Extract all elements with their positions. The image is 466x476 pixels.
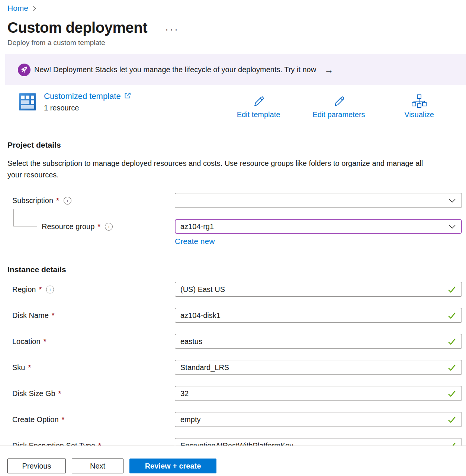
valid-check-icon (447, 337, 457, 346)
customized-template-link[interactable]: Customized template (44, 91, 121, 101)
next-button[interactable]: Next (72, 459, 123, 473)
previous-button[interactable]: Previous (7, 459, 66, 473)
valid-check-icon (447, 389, 457, 398)
region-input[interactable]: (US) East US (175, 282, 462, 297)
page-subtitle: Deploy from a custom template (7, 39, 462, 47)
review-create-button[interactable]: Review + create (129, 459, 216, 473)
required-marker: * (39, 285, 42, 294)
project-details-description: Select the subscription to manage deploy… (7, 158, 439, 181)
disk-size-label: Disk Size Gb (7, 389, 55, 398)
resource-count: 1 resource (44, 104, 131, 112)
required-marker: * (52, 311, 55, 320)
template-icon (19, 93, 36, 111)
disk-name-label: Disk Name (7, 311, 49, 320)
required-marker: * (62, 415, 65, 424)
sku-value: Standard_LRS (180, 363, 229, 372)
info-icon[interactable]: i (46, 286, 54, 293)
chevron-down-icon (448, 196, 457, 205)
resource-group-row: Resource group * i az104-rg1 (7, 219, 462, 234)
required-marker: * (58, 389, 61, 398)
required-marker: * (97, 222, 100, 231)
sku-row: Sku * Standard_LRS (7, 360, 462, 375)
disk-size-input[interactable]: 32 (175, 386, 462, 401)
breadcrumb-home-link[interactable]: Home (7, 4, 28, 13)
edit-parameters-button[interactable]: Edit parameters (307, 94, 370, 119)
banner-message: New! Deployment Stacks let you manage th… (34, 65, 316, 74)
disk-size-value: 32 (180, 389, 189, 398)
required-marker: * (56, 196, 59, 205)
disk-name-value: az104-disk1 (180, 311, 221, 320)
region-value: (US) East US (180, 285, 225, 294)
visualize-label: Visualize (404, 110, 434, 119)
external-link-icon[interactable] (124, 92, 131, 101)
pencil-icon (251, 94, 266, 109)
breadcrumb: Home (7, 3, 462, 13)
rocket-icon (18, 64, 30, 76)
required-marker: * (28, 363, 31, 372)
visualize-button[interactable]: Visualize (388, 94, 451, 119)
disk-size-row: Disk Size Gb * 32 (7, 386, 462, 401)
info-icon[interactable]: i (105, 223, 113, 231)
subscription-select[interactable] (175, 193, 462, 208)
subscription-label: Subscription (7, 196, 53, 205)
valid-check-icon (447, 284, 457, 294)
arrow-right-icon[interactable]: → (324, 65, 333, 75)
wizard-footer: Previous Next Review + create (0, 446, 466, 476)
resource-group-value: az104-rg1 (180, 222, 214, 231)
disk-name-input[interactable]: az104-disk1 (175, 308, 462, 323)
region-label: Region (7, 285, 36, 294)
instance-details-heading: Instance details (7, 265, 462, 274)
subscription-row: Subscription * i (7, 193, 462, 208)
location-row: Location * eastus (7, 334, 462, 349)
deployment-stacks-banner[interactable]: New! Deployment Stacks let you manage th… (5, 54, 466, 85)
org-chart-icon (412, 94, 427, 109)
project-details-heading: Project details (7, 141, 462, 149)
edit-template-label: Edit template (237, 110, 280, 119)
disk-name-row: Disk Name * az104-disk1 (7, 308, 462, 323)
more-options-icon[interactable]: ··· (165, 24, 179, 35)
chevron-right-icon (32, 6, 37, 12)
create-option-label: Create Option (7, 415, 59, 424)
page: Home Custom deployment ··· Deploy from a… (0, 0, 466, 453)
chevron-down-icon (448, 222, 457, 231)
edit-template-button[interactable]: Edit template (227, 94, 290, 119)
required-marker: * (44, 337, 46, 346)
create-option-row: Create Option * empty (7, 412, 462, 427)
create-new-link[interactable]: Create new (175, 237, 215, 245)
edit-parameters-label: Edit parameters (312, 110, 365, 119)
valid-check-icon (447, 415, 457, 424)
template-actions: Edit template Edit parameters (227, 94, 451, 119)
region-row: Region * i (US) East US (7, 282, 462, 297)
info-icon[interactable]: i (64, 197, 71, 205)
page-title: Custom deployment (7, 19, 147, 36)
tree-connector-line (13, 209, 37, 226)
location-label: Location (7, 337, 41, 346)
location-value: eastus (180, 337, 202, 346)
sku-input[interactable]: Standard_LRS (175, 360, 462, 375)
create-option-value: empty (180, 415, 200, 424)
location-input[interactable]: eastus (175, 334, 462, 349)
sku-label: Sku (7, 363, 25, 372)
pencil-icon (331, 94, 346, 109)
create-option-input[interactable]: empty (175, 412, 462, 427)
valid-check-icon (447, 311, 457, 320)
valid-check-icon (447, 363, 457, 372)
template-summary-row: Customized template 1 resource Edit temp… (7, 91, 462, 124)
resource-group-select[interactable]: az104-rg1 (175, 219, 462, 234)
